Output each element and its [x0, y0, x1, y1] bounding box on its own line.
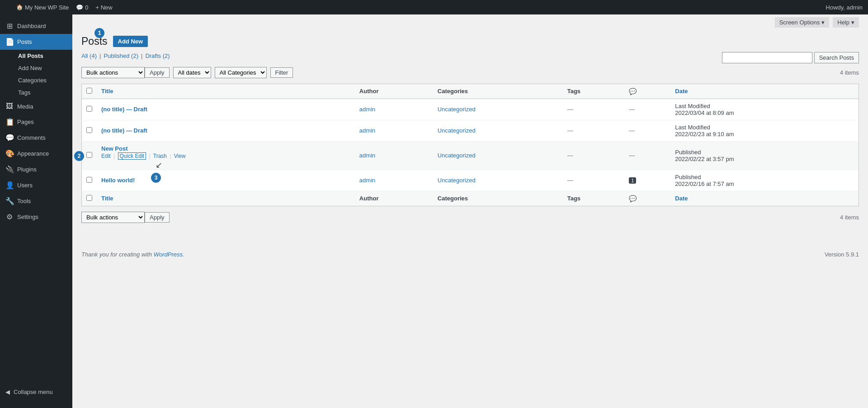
- row4-category[interactable]: Uncategorized: [438, 177, 476, 184]
- row2-title[interactable]: (no title) — Draft: [101, 127, 147, 134]
- row2-checkbox-cell[interactable]: [82, 120, 97, 141]
- select-all-header[interactable]: [82, 84, 97, 99]
- add-new-button[interactable]: Add New: [113, 36, 148, 47]
- screen-options-button[interactable]: Screen Options ▾: [775, 17, 830, 28]
- sidebar-item-tools[interactable]: 🔧 Tools: [0, 193, 72, 209]
- row2-author[interactable]: admin: [359, 127, 375, 134]
- row3-view-action[interactable]: View: [174, 153, 186, 159]
- sidebar-item-users[interactable]: 👤 Users: [0, 177, 72, 193]
- cursor-arrow-icon: ↙: [156, 160, 162, 170]
- tooltip-3: 3: [151, 173, 161, 183]
- row1-checkbox-cell[interactable]: [82, 99, 97, 120]
- chevron-down-icon: ▾: [821, 19, 825, 26]
- site-name-bar-item[interactable]: 🏠 My New WP Site: [13, 0, 72, 14]
- new-content-bar-item[interactable]: + New: [92, 0, 116, 14]
- title-header[interactable]: Title: [97, 84, 355, 99]
- row1-title[interactable]: (no title) — Draft: [101, 106, 147, 113]
- row3-title[interactable]: New Post: [101, 145, 128, 152]
- row3-tags-cell: —: [563, 141, 624, 170]
- comments-bar-item[interactable]: 💬 0: [72, 0, 92, 14]
- sidebar-item-settings[interactable]: ⚙ Settings: [0, 209, 72, 225]
- search-box: Search Posts: [722, 52, 859, 63]
- date-footer[interactable]: Date: [670, 191, 859, 206]
- bulk-actions-bottom-select[interactable]: Bulk actions: [81, 212, 145, 223]
- help-button[interactable]: Help ▾: [833, 17, 859, 28]
- wp-logo-icon[interactable]: W: [5, 0, 13, 14]
- submenu-tags[interactable]: Tags: [0, 86, 72, 99]
- comments-icon: 💬: [5, 133, 14, 142]
- select-all-footer[interactable]: [82, 191, 97, 206]
- sidebar-item-pages[interactable]: 📋 Pages: [0, 114, 72, 130]
- row2-checkbox[interactable]: [86, 127, 92, 133]
- bulk-actions-top-select[interactable]: Bulk actions: [81, 67, 145, 78]
- row4-categories-cell: Uncategorized: [433, 170, 563, 191]
- submenu-categories[interactable]: Categories: [0, 74, 72, 86]
- row4-author[interactable]: admin: [359, 177, 375, 184]
- row2-author-cell: admin: [355, 120, 433, 141]
- search-posts-button[interactable]: Search Posts: [814, 52, 859, 63]
- sidebar-item-comments[interactable]: 💬 Comments: [0, 130, 72, 146]
- row2-category[interactable]: Uncategorized: [438, 127, 476, 134]
- tooltip-1: 1: [94, 28, 104, 38]
- post-status-nav: All (4) | Published (2) | Drafts (2): [81, 52, 170, 59]
- categories-filter-select[interactable]: All Categories: [215, 67, 267, 78]
- select-all-checkbox[interactable]: [86, 88, 92, 94]
- collapse-menu-button[interactable]: ◀ Collapse menu: [0, 385, 72, 399]
- wp-footer: Thank you for creating with WordPress. V…: [72, 247, 868, 262]
- published-filter[interactable]: Published (2): [104, 52, 138, 59]
- row3-date-cell: Published 2022/02/22 at 3:57 pm: [670, 141, 859, 170]
- items-count-top: 4 items: [840, 69, 859, 76]
- items-count-bottom: 4 items: [840, 214, 859, 221]
- table-row: New Post Edit | Quick Edit | Trash | Vie…: [82, 141, 859, 170]
- apply-top-button[interactable]: Apply: [145, 67, 170, 78]
- comment-count-badge[interactable]: 1: [629, 177, 636, 184]
- title-footer[interactable]: Title: [97, 191, 355, 206]
- help-chevron-icon: ▾: [851, 19, 854, 26]
- row2-title-cell: (no title) — Draft: [97, 120, 355, 141]
- sidebar-item-media[interactable]: 🖼 Media: [0, 99, 72, 114]
- plugins-icon: 🔌: [5, 165, 14, 174]
- row3-trash-action[interactable]: Trash: [153, 153, 167, 159]
- row2-tags-cell: —: [563, 120, 624, 141]
- row4-checkbox[interactable]: [86, 177, 92, 183]
- row3-author[interactable]: admin: [359, 152, 375, 159]
- row4-checkbox-cell[interactable]: [82, 170, 97, 191]
- apply-bottom-button[interactable]: Apply: [145, 212, 170, 223]
- sidebar-item-posts[interactable]: 📄 Posts: [0, 34, 72, 50]
- comments-header: 💬: [624, 84, 670, 99]
- search-input[interactable]: [722, 52, 812, 63]
- posts-submenu: All Posts Add New Categories Tags: [0, 50, 72, 99]
- row4-title[interactable]: Hello world!: [101, 177, 135, 184]
- sidebar-item-plugins[interactable]: 🔌 Plugins: [0, 161, 72, 177]
- row3-quick-edit-action[interactable]: Quick Edit: [118, 152, 146, 160]
- date-header[interactable]: Date: [670, 84, 859, 99]
- page-title-row: Posts Add New 1: [81, 35, 859, 48]
- dates-filter-select[interactable]: All dates: [173, 67, 211, 78]
- row1-category[interactable]: Uncategorized: [438, 106, 476, 113]
- sidebar-item-dashboard[interactable]: ⊞ Dashboard: [0, 18, 72, 34]
- tags-footer: Tags: [563, 191, 624, 206]
- submenu-add-new[interactable]: Add New: [0, 62, 72, 74]
- row1-checkbox[interactable]: [86, 106, 92, 112]
- all-posts-filter[interactable]: All (4): [81, 52, 97, 59]
- settings-icon: ⚙: [5, 213, 14, 221]
- row1-tags-cell: —: [563, 99, 624, 120]
- submenu-all-posts[interactable]: All Posts: [0, 50, 72, 62]
- row3-category[interactable]: Uncategorized: [438, 152, 476, 159]
- row3-comments-cell: —: [624, 141, 670, 170]
- filter-button[interactable]: Filter: [270, 67, 293, 78]
- row3-date-value: 2022/02/22 at 3:57 pm: [675, 156, 734, 162]
- row2-date-status: Last Modified: [675, 124, 710, 131]
- row1-categories-cell: Uncategorized: [433, 99, 563, 120]
- row3-checkbox[interactable]: [86, 152, 92, 158]
- row2-comments-cell: —: [624, 120, 670, 141]
- select-all-footer-checkbox[interactable]: [86, 195, 92, 201]
- row4-date-value: 2022/02/16 at 7:57 am: [675, 180, 734, 187]
- row1-author[interactable]: admin: [359, 106, 375, 113]
- sidebar-item-appearance[interactable]: 🎨 Appearance: [0, 146, 72, 161]
- drafts-filter[interactable]: Drafts (2): [145, 52, 170, 59]
- pages-icon: 📋: [5, 118, 14, 126]
- row4-date-cell: Published 2022/02/16 at 7:57 am: [670, 170, 859, 191]
- wordpress-link[interactable]: WordPress: [154, 251, 183, 258]
- row3-edit-action[interactable]: Edit: [101, 153, 111, 159]
